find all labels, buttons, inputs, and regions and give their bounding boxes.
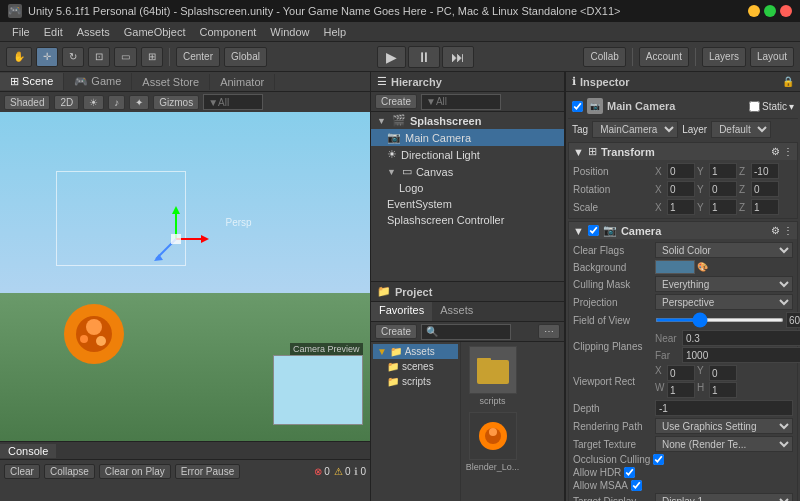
inspector-lock-icon[interactable]: 🔒 (782, 76, 794, 87)
2d-button[interactable]: 2D (54, 95, 79, 110)
close-button[interactable] (780, 5, 792, 17)
scale-y-input[interactable] (709, 199, 737, 215)
color-picker-icon[interactable]: 🎨 (697, 262, 708, 272)
project-filter-button[interactable]: ⋯ (538, 324, 560, 339)
projection-select[interactable]: Perspective (655, 294, 793, 310)
gizmos-button[interactable]: Gizmos (153, 95, 199, 110)
static-checkbox[interactable] (749, 101, 760, 112)
menu-component[interactable]: Component (193, 25, 262, 39)
tab-assets[interactable]: Assets (432, 302, 481, 321)
transform-header[interactable]: ▼ ⊞ Transform ⚙ ⋮ (569, 143, 797, 160)
window-controls[interactable] (748, 5, 792, 17)
depth-input[interactable] (655, 400, 793, 416)
move-tool-button[interactable]: ✛ (36, 47, 58, 67)
target-display-select[interactable]: Display 1 (655, 493, 793, 501)
fov-input[interactable] (786, 312, 800, 328)
hierarchy-search-input[interactable] (421, 94, 501, 110)
allow-hdr-checkbox[interactable] (624, 467, 635, 478)
culling-mask-select[interactable]: Everything (655, 276, 793, 292)
error-pause-button[interactable]: Error Pause (175, 464, 240, 479)
clear-button[interactable]: Clear (4, 464, 40, 479)
audio-button[interactable]: ♪ (108, 95, 125, 110)
menu-window[interactable]: Window (264, 25, 315, 39)
static-dropdown-icon[interactable]: ▾ (789, 101, 794, 112)
scene-search-input[interactable] (203, 94, 263, 110)
layer-select[interactable]: Default (711, 121, 771, 138)
hierarchy-item-splashscreen[interactable]: ▼ 🎬 Splashscreen (371, 112, 564, 129)
minimize-button[interactable] (748, 5, 760, 17)
all-tool-button[interactable]: ⊞ (141, 47, 163, 67)
background-color-field[interactable]: 🎨 (655, 260, 793, 274)
center-button[interactable]: Center (176, 47, 220, 67)
tab-favorites[interactable]: Favorites (371, 302, 432, 321)
near-input[interactable] (682, 330, 800, 346)
hierarchy-item-canvas[interactable]: ▼ ▭ Canvas (371, 163, 564, 180)
account-button[interactable]: Account (639, 47, 689, 67)
active-toggle[interactable] (572, 101, 583, 112)
play-button[interactable]: ▶ (377, 46, 406, 68)
target-texture-select[interactable]: None (Render Te... (655, 436, 793, 452)
clear-flags-select[interactable]: Solid Color (655, 242, 793, 258)
tab-asset-store[interactable]: Asset Store (132, 74, 210, 90)
menu-assets[interactable]: Assets (71, 25, 116, 39)
layout-button[interactable]: Layout (750, 47, 794, 67)
asset-item-blender[interactable]: Blender_Lo... (465, 412, 520, 472)
hierarchy-item-event-system[interactable]: EventSystem (371, 196, 564, 212)
vp-x-input[interactable] (667, 365, 695, 381)
pause-button[interactable]: ⏸ (408, 46, 440, 68)
camera-enabled-checkbox[interactable] (588, 225, 599, 236)
project-folder-scripts[interactable]: 📁 scripts (373, 374, 458, 389)
step-button[interactable]: ⏭ (442, 46, 474, 68)
pos-x-input[interactable] (667, 163, 695, 179)
occlusion-culling-checkbox[interactable] (653, 454, 664, 465)
tab-animator[interactable]: Animator (210, 74, 275, 90)
collapse-button[interactable]: Collapse (44, 464, 95, 479)
fx-button[interactable]: ✦ (129, 95, 149, 110)
rect-tool-button[interactable]: ▭ (114, 47, 137, 67)
hierarchy-item-main-camera[interactable]: 📷 Main Camera (371, 129, 564, 146)
rendering-path-select[interactable]: Use Graphics Setting (655, 418, 793, 434)
hierarchy-item-logo[interactable]: Logo (371, 180, 564, 196)
project-create-button[interactable]: Create (375, 324, 417, 339)
menu-file[interactable]: File (6, 25, 36, 39)
maximize-button[interactable] (764, 5, 776, 17)
menu-help[interactable]: Help (317, 25, 352, 39)
tab-game[interactable]: 🎮 Game (64, 73, 132, 90)
pos-y-input[interactable] (709, 163, 737, 179)
hierarchy-item-directional-light[interactable]: ☀ Directional Light (371, 146, 564, 163)
clear-on-play-button[interactable]: Clear on Play (99, 464, 171, 479)
project-search-input[interactable] (421, 324, 511, 340)
vp-w-input[interactable] (667, 382, 695, 398)
hand-tool-button[interactable]: ✋ (6, 47, 32, 67)
vp-h-input[interactable] (709, 382, 737, 398)
rot-y-input[interactable] (709, 181, 737, 197)
tab-console[interactable]: Console (0, 444, 56, 458)
tab-scene[interactable]: ⊞ Scene (0, 73, 64, 90)
tag-select[interactable]: MainCamera (592, 121, 678, 138)
rotate-tool-button[interactable]: ↻ (62, 47, 84, 67)
vp-y-input[interactable] (709, 365, 737, 381)
camera-header[interactable]: ▼ 📷 Camera ⚙ ⋮ (569, 222, 797, 239)
scale-x-input[interactable] (667, 199, 695, 215)
light-button[interactable]: ☀ (83, 95, 104, 110)
project-folder-scenes[interactable]: 📁 scenes (373, 359, 458, 374)
global-button[interactable]: Global (224, 47, 267, 67)
hierarchy-item-splashscreen-controller[interactable]: Splashscreen Controller (371, 212, 564, 228)
asset-item-scripts[interactable]: scripts (465, 346, 520, 406)
rot-z-input[interactable] (751, 181, 779, 197)
scene-view[interactable]: Persp Camera Preview (0, 112, 370, 441)
pos-z-input[interactable] (751, 163, 779, 179)
background-color-swatch[interactable] (655, 260, 695, 274)
shading-button[interactable]: Shaded (4, 95, 50, 110)
transform-menu-icon[interactable]: ⚙ ⋮ (771, 146, 793, 157)
scale-tool-button[interactable]: ⊡ (88, 47, 110, 67)
fov-slider[interactable] (655, 318, 784, 322)
menu-gameobject[interactable]: GameObject (118, 25, 192, 39)
allow-msaa-checkbox[interactable] (631, 480, 642, 491)
scale-z-input[interactable] (751, 199, 779, 215)
rot-x-input[interactable] (667, 181, 695, 197)
camera-menu-icon[interactable]: ⚙ ⋮ (771, 225, 793, 236)
hierarchy-create-button[interactable]: Create (375, 94, 417, 109)
layers-button[interactable]: Layers (702, 47, 746, 67)
menu-edit[interactable]: Edit (38, 25, 69, 39)
